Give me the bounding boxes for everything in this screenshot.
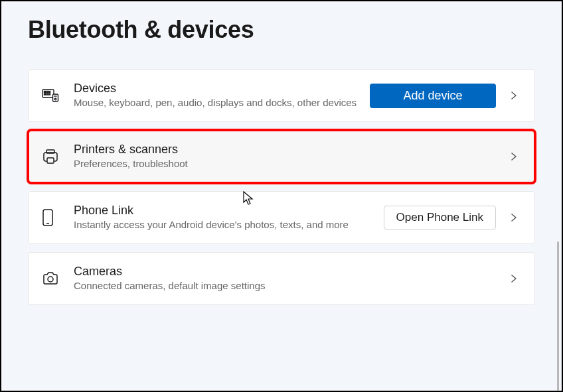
- row-title: Printers & scanners: [74, 143, 499, 157]
- page-title: Bluetooth & devices: [28, 16, 535, 44]
- chevron-right-icon: [509, 274, 519, 283]
- svg-rect-1: [44, 92, 46, 93]
- devices-icon: [42, 89, 74, 102]
- printer-icon: [42, 149, 74, 164]
- settings-row-cameras[interactable]: Cameras Connected cameras, default image…: [28, 252, 535, 305]
- row-title: Devices: [74, 82, 362, 96]
- svg-point-14: [48, 277, 53, 282]
- svg-rect-11: [47, 158, 54, 163]
- chevron-right-icon: [509, 91, 519, 100]
- scrollbar[interactable]: [557, 241, 559, 391]
- settings-row-text: Devices Mouse, keyboard, pen, audio, dis…: [74, 82, 370, 109]
- chevron-right-icon: [509, 213, 519, 222]
- chevron-right-icon: [509, 152, 519, 161]
- settings-row-text: Printers & scanners Preferences, trouble…: [74, 143, 507, 170]
- row-title: Phone Link: [74, 204, 376, 218]
- row-subtitle: Mouse, keyboard, pen, audio, displays an…: [74, 96, 362, 109]
- row-subtitle: Preferences, troubleshoot: [74, 157, 499, 170]
- svg-rect-3: [49, 92, 50, 93]
- row-title: Cameras: [74, 265, 499, 279]
- add-device-button[interactable]: Add device: [370, 84, 496, 108]
- settings-row-devices[interactable]: Devices Mouse, keyboard, pen, audio, dis…: [28, 69, 535, 122]
- open-phone-link-button[interactable]: Open Phone Link: [384, 206, 496, 229]
- settings-row-phone-link[interactable]: Phone Link Instantly access your Android…: [28, 191, 535, 244]
- row-subtitle: Connected cameras, default image setting…: [74, 279, 499, 293]
- svg-rect-6: [49, 94, 50, 95]
- camera-icon: [42, 271, 74, 286]
- settings-row-text: Cameras Connected cameras, default image…: [74, 265, 507, 293]
- settings-row-printers-scanners[interactable]: Printers & scanners Preferences, trouble…: [28, 130, 535, 183]
- phone-icon: [42, 208, 74, 227]
- row-subtitle: Instantly access your Android device's p…: [74, 218, 376, 231]
- settings-row-text: Phone Link Instantly access your Android…: [74, 204, 384, 231]
- svg-rect-4: [44, 94, 46, 95]
- svg-rect-2: [46, 92, 48, 93]
- svg-rect-5: [46, 94, 48, 95]
